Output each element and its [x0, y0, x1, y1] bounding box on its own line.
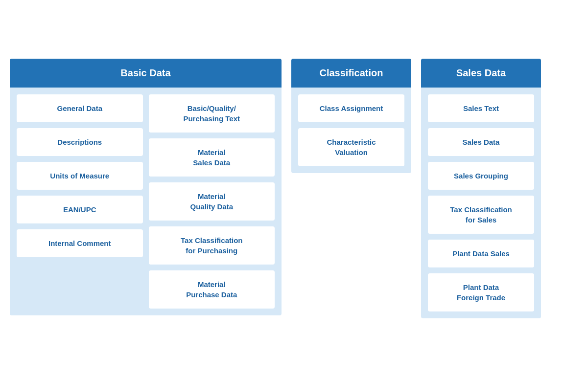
card-sales-data[interactable]: Sales Data	[428, 128, 534, 156]
basic-data-right: Basic/Quality/Purchasing Text MaterialSa…	[149, 94, 275, 309]
basic-data-title: Basic Data	[120, 67, 170, 78]
card-plant-data-sales[interactable]: Plant Data Sales	[428, 240, 534, 267]
classification-title: Classification	[319, 67, 383, 78]
card-tax-classification-sales[interactable]: Tax Classificationfor Sales	[428, 196, 534, 234]
card-units-of-measure[interactable]: Units of Measure	[17, 162, 143, 190]
basic-data-left: General Data Descriptions Units of Measu…	[17, 94, 143, 309]
card-internal-comment[interactable]: Internal Comment	[17, 229, 143, 257]
card-material-sales-data[interactable]: MaterialSales Data	[149, 138, 275, 177]
sales-data-column: Sales Data Sales Text Sales Data Sales G…	[421, 59, 541, 318]
card-general-data[interactable]: General Data	[17, 94, 143, 122]
basic-data-column: Basic Data General Data Descriptions Uni…	[10, 59, 282, 315]
sales-data-body: Sales Text Sales Data Sales Grouping Tax…	[421, 88, 541, 318]
card-material-purchase-data[interactable]: MaterialPurchase Data	[149, 270, 275, 309]
card-characteristic-valuation[interactable]: CharacteristicValuation	[298, 128, 404, 166]
basic-data-body: General Data Descriptions Units of Measu…	[10, 88, 282, 315]
card-class-assignment[interactable]: Class Assignment	[298, 94, 404, 122]
sales-data-title: Sales Data	[456, 67, 506, 78]
card-sales-grouping[interactable]: Sales Grouping	[428, 162, 534, 190]
classification-header: Classification	[291, 59, 411, 88]
classification-column: Classification Class Assignment Characte…	[291, 59, 411, 173]
classification-body: Class Assignment CharacteristicValuation	[291, 88, 411, 173]
sales-data-header: Sales Data	[421, 59, 541, 88]
card-sales-text[interactable]: Sales Text	[428, 94, 534, 122]
card-descriptions[interactable]: Descriptions	[17, 128, 143, 156]
card-tax-classification-purchasing[interactable]: Tax Classificationfor Purchasing	[149, 226, 275, 265]
card-plant-data-foreign-trade[interactable]: Plant DataForeign Trade	[428, 273, 534, 311]
card-ean-upc[interactable]: EAN/UPC	[17, 196, 143, 223]
card-basic-quality-purchasing-text[interactable]: Basic/Quality/Purchasing Text	[149, 94, 275, 133]
basic-data-header: Basic Data	[10, 59, 282, 88]
card-material-quality-data[interactable]: MaterialQuality Data	[149, 182, 275, 221]
page-container: Basic Data General Data Descriptions Uni…	[10, 59, 578, 318]
